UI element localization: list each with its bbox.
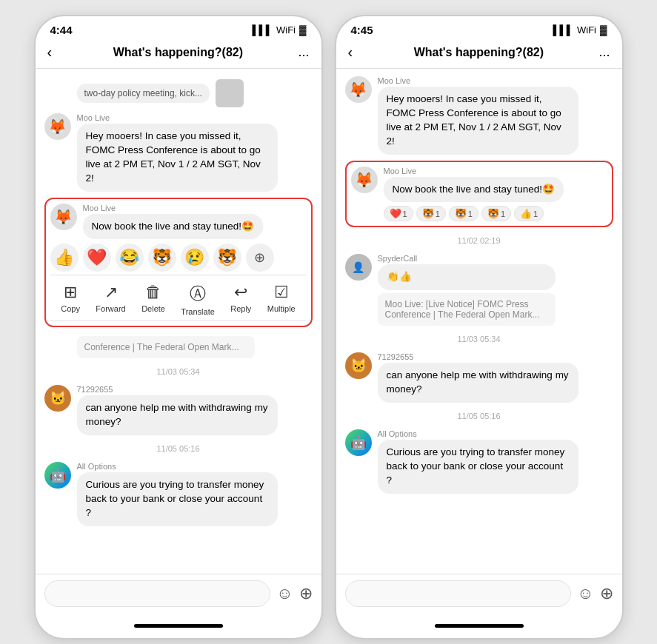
copy-label: Copy: [61, 304, 80, 313]
wifi-icon-1: WiFi: [276, 24, 296, 36]
back-button-1[interactable]: ‹: [47, 44, 53, 61]
timestamp-2: 11/05 05:16: [44, 444, 313, 453]
battery-icon-2: ▓: [600, 24, 607, 36]
reply-action[interactable]: ↩ Reply: [230, 283, 251, 316]
p2-message-row-3: 👤 SpyderCall 👏👍 Moo Live: [Live Notice] …: [345, 254, 613, 326]
p2-avatar-4: 🐱: [345, 352, 372, 379]
copy-action[interactable]: ⊞ Copy: [61, 283, 80, 316]
translate-label: Translate: [181, 307, 214, 316]
add-input-icon-1[interactable]: ⊕: [299, 584, 313, 603]
home-bar-1: [134, 624, 223, 628]
translate-icon: Ⓐ: [190, 283, 206, 305]
message-content-4: All Options Curious are you trying to tr…: [77, 462, 279, 526]
p2-bubble-1: Hey mooers! In case you missed it, FOMC …: [378, 87, 579, 155]
status-bar-1: 4:44 ▌▌▌ WiFi ▓: [36, 16, 321, 39]
back-button-2[interactable]: ‹: [348, 44, 353, 61]
p2-bubble-3: 👏👍: [378, 264, 556, 290]
forward-link-wrapper: Conference | The Federal Open Mark...: [44, 333, 313, 358]
home-indicator-1: [36, 613, 321, 638]
emoji-btn-heart[interactable]: ❤️: [83, 244, 111, 272]
message-row-2: 🦊 Moo Live Now book the live and stay tu…: [50, 204, 307, 240]
delete-icon: 🗑: [145, 283, 161, 302]
p2-timestamp-2: 11/03 05:34: [345, 335, 613, 343]
p2-message-content-4: 71292655 can anyone help me with withdra…: [378, 352, 579, 403]
phone-1: 4:44 ▌▌▌ WiFi ▓ ‹ What's happening?(82) …: [34, 15, 323, 640]
reaction-thumbsup[interactable]: 👍 1: [514, 206, 544, 221]
p2-message-content-3: SpyderCall 👏👍 Moo Live: [Live Notice] FO…: [378, 254, 556, 326]
status-icons-1: ▌▌▌ WiFi ▓: [252, 24, 306, 36]
reply-label: Reply: [230, 304, 251, 313]
status-time-2: 4:45: [351, 24, 373, 36]
bubble-1: Hey mooers! In case you missed it, FOMC …: [77, 124, 279, 192]
avatar-2: 🦊: [50, 204, 77, 230]
p2-message-row-4: 🐱 71292655 can anyone help me with withd…: [345, 352, 613, 403]
p2-sender-name-2: Moo Live: [384, 167, 564, 175]
emoji-input-icon-2[interactable]: ☺: [577, 584, 593, 603]
forward-label: Forward: [96, 304, 125, 313]
delete-label: Delete: [141, 304, 165, 313]
forward-icon: ↗: [104, 283, 118, 302]
p2-bubble-4: can anyone help me with withdrawing my m…: [378, 363, 579, 403]
preview-text-1: two-day policy meeting, kick...: [77, 84, 210, 103]
emoji-add-button[interactable]: ⊕: [246, 244, 274, 272]
wifi-icon-2: WiFi: [577, 24, 596, 36]
delete-action[interactable]: 🗑 Delete: [141, 283, 165, 316]
avatar-3: 🐱: [44, 385, 71, 412]
message-row-4: 🤖 All Options Curious are you trying to …: [44, 462, 313, 526]
input-icons-1: ☺ ⊕: [276, 584, 312, 603]
bubble-3: can anyone help me with withdrawing my m…: [77, 395, 279, 435]
p2-avatar-3: 👤: [345, 254, 372, 281]
preview-thumb-1: [216, 79, 244, 107]
multiple-icon: ☑: [274, 283, 289, 302]
emoji-btn-tiger1[interactable]: 🐯: [148, 244, 176, 272]
p2-message-highlighted: 🦊 Moo Live Now book the live and stay tu…: [345, 161, 613, 228]
emoji-btn-thumbsup[interactable]: 👍: [50, 244, 79, 272]
reaction-tiger2[interactable]: 🐯 1: [449, 206, 478, 221]
message-content-1: Moo Live Hey mooers! In case you missed …: [77, 113, 279, 192]
battery-icon-1: ▓: [299, 24, 306, 36]
p2-timestamp-3: 11/05 05:16: [345, 412, 613, 420]
chat-input-1[interactable]: [44, 580, 271, 607]
signal-icon-1: ▌▌▌: [252, 24, 273, 36]
multiple-action[interactable]: ☑ Multiple: [267, 283, 296, 316]
input-bar-1: ☺ ⊕: [36, 574, 321, 613]
emoji-btn-laugh[interactable]: 😂: [116, 244, 144, 272]
forward-link-1: Conference | The Federal Open Mark...: [77, 336, 255, 358]
more-button-2[interactable]: ...: [598, 44, 610, 60]
emoji-btn-cry[interactable]: 😢: [181, 244, 209, 272]
input-bar-2: ☺ ⊕: [336, 574, 622, 613]
translate-action[interactable]: Ⓐ Translate: [181, 283, 214, 316]
emoji-reactions-1: 👍 ❤️ 😂 🐯 😢 🐯 ⊕: [50, 239, 307, 275]
p2-message-row-2: 🦊 Moo Live Now book the live and stay tu…: [351, 167, 607, 222]
nav-bar-2: ‹ What's happening?(82) ...: [336, 39, 622, 69]
emoji-btn-tiger2[interactable]: 🐯: [213, 244, 241, 272]
timestamp-1: 11/03 05:34: [44, 367, 313, 376]
p2-sender-name-4: 71292655: [378, 352, 579, 361]
status-bar-2: 4:45 ▌▌▌ WiFi ▓: [336, 16, 622, 39]
forward-action[interactable]: ↗ Forward: [96, 283, 125, 316]
p2-avatar-1: 🦊: [345, 76, 372, 103]
reaction-tiger3[interactable]: 🐯 1: [481, 206, 511, 221]
message-content-2: Moo Live Now book the live and stay tune…: [83, 204, 264, 240]
reaction-heart[interactable]: ❤️ 1: [384, 206, 413, 221]
reaction-tiger1[interactable]: 🐯 1: [416, 206, 446, 221]
emoji-input-icon-1[interactable]: ☺: [276, 584, 293, 603]
more-button-1[interactable]: ...: [298, 44, 309, 60]
avatar-4: 🤖: [44, 462, 71, 489]
nav-title-1: What's happening?(82): [58, 46, 298, 59]
chat-input-2[interactable]: [345, 580, 572, 607]
message-row-1: 🦊 Moo Live Hey mooers! In case you misse…: [44, 113, 313, 192]
p2-message-content-5: All Options Curious are you trying to tr…: [378, 429, 579, 494]
bubble-2: Now book the live and stay tuned!🤩: [83, 214, 264, 240]
top-preview-1: two-day policy meeting, kick...: [44, 76, 313, 107]
sender-name-3: 71292655: [77, 385, 279, 394]
sender-name-4: All Options: [77, 462, 279, 471]
sender-name-1: Moo Live: [77, 113, 279, 122]
bubble-4: Curious are you trying to transfer money…: [77, 472, 279, 526]
p2-sender-name-3: SpyderCall: [378, 254, 556, 263]
add-input-icon-2[interactable]: ⊕: [600, 584, 613, 603]
p2-message-row-1: 🦊 Moo Live Hey mooers! In case you misse…: [345, 76, 613, 155]
p2-message-row-5: 🤖 All Options Curious are you trying to …: [345, 429, 613, 494]
status-time-1: 4:44: [50, 24, 73, 36]
reaction-badges: ❤️ 1 🐯 1 🐯 1 🐯 1 👍 1: [384, 206, 564, 221]
